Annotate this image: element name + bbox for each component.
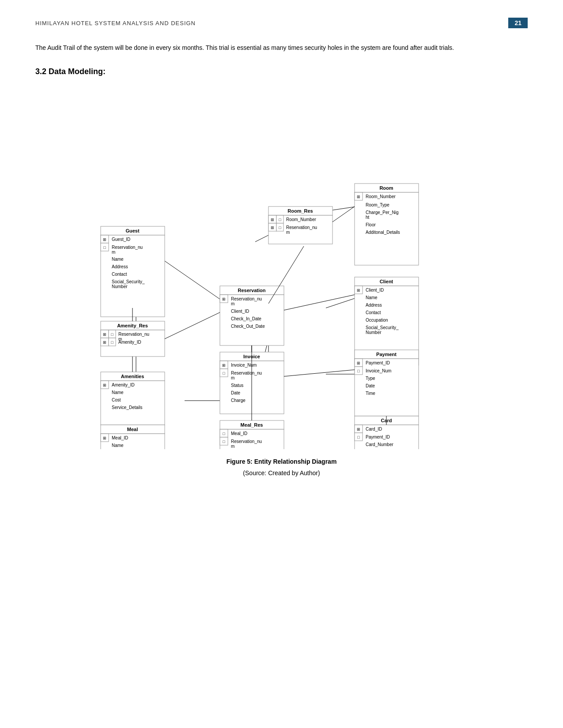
svg-text:Status: Status [231, 383, 243, 388]
header-title: HIMILAYAN HOTEL SYSTEM ANALYSIS AND DESI… [35, 20, 196, 26]
svg-text:⊞: ⊞ [357, 427, 360, 432]
svg-text:Room_Number: Room_Number [366, 194, 396, 199]
svg-text:Room_Type: Room_Type [366, 203, 389, 207]
svg-text:Cost: Cost [112, 398, 121, 402]
svg-text:m: m [231, 301, 234, 306]
svg-text:⊞: ⊞ [357, 361, 360, 365]
svg-text:Address: Address [112, 264, 128, 269]
svg-text:⊞: ⊞ [103, 340, 106, 345]
svg-text:⊞: ⊞ [271, 225, 274, 230]
svg-text:Reservation_nu: Reservation_nu [286, 225, 317, 230]
svg-text:□: □ [223, 432, 225, 436]
svg-text:Amenity_ID: Amenity_ID [118, 340, 141, 345]
svg-text:Meal_ID: Meal_ID [112, 435, 128, 440]
svg-text:⊞: ⊞ [357, 288, 360, 293]
svg-text:Room_Number: Room_Number [286, 217, 316, 222]
svg-text:Amenity_ID: Amenity_ID [112, 383, 135, 387]
entity-room-res: Room_Res ⊞ □ Room_Number ⊞ □ Reservation… [268, 206, 333, 244]
entity-amenities: Amenities ⊞ Amenity_ID Name Cost Service… [101, 372, 165, 425]
svg-text:Additonal_Details: Additonal_Details [366, 230, 400, 235]
svg-text:Room: Room [379, 185, 393, 191]
svg-text:Number: Number [112, 284, 128, 289]
svg-text:⊞: ⊞ [103, 383, 106, 387]
svg-text:Contact: Contact [112, 272, 127, 277]
svg-text:□: □ [103, 245, 106, 250]
erd-diagram: Guest ⊞ Guest_ID □ Reservation_nu m Name… [35, 87, 528, 449]
svg-text:Client: Client [379, 279, 393, 284]
svg-text:Charge: Charge [231, 398, 246, 403]
svg-text:Amenity_Res: Amenity_Res [117, 323, 148, 328]
entity-payment: Payment ⊞ Payment_ID □ Invoice_Num Type … [355, 350, 419, 416]
entity-meal-res: Meal_Res □ Meal_ID □ Reservation_nu m Da… [220, 420, 284, 449]
svg-text:Name: Name [112, 443, 124, 448]
svg-text:Check_Out_Date: Check_Out_Date [231, 324, 265, 329]
svg-text:Charge_Per_Nig: Charge_Per_Nig [366, 210, 399, 215]
svg-line-0 [162, 259, 220, 299]
entity-guest: Guest ⊞ Guest_ID □ Reservation_nu m Name… [101, 226, 165, 317]
svg-text:Check_In_Date: Check_In_Date [231, 316, 261, 321]
svg-text:Invoice_Num: Invoice_Num [231, 363, 257, 368]
svg-rect-136 [101, 434, 165, 449]
svg-line-163 [284, 370, 355, 376]
svg-text:Number: Number [366, 330, 382, 335]
svg-text:Service_Details: Service_Details [112, 405, 142, 410]
svg-text:Date: Date [366, 383, 375, 388]
svg-text:Client_ID: Client_ID [366, 288, 384, 293]
svg-text:⊞: ⊞ [103, 332, 106, 337]
svg-text:Meal_Res: Meal_Res [240, 422, 263, 428]
svg-text:m: m [112, 250, 115, 255]
svg-text:Client_ID: Client_ID [231, 309, 249, 314]
svg-text:⊞: ⊞ [103, 436, 106, 440]
svg-text:Meal: Meal [127, 427, 137, 432]
svg-text:□: □ [357, 435, 360, 439]
svg-text:⊞: ⊞ [271, 218, 274, 222]
svg-text:m: m [231, 375, 234, 380]
svg-text:Payment: Payment [376, 352, 397, 357]
entity-meal: Meal ⊞ Meal_ID Name Cost Ingridients [101, 425, 165, 449]
svg-text:Card_Number: Card_Number [366, 442, 393, 447]
svg-text:Reservation: Reservation [238, 288, 265, 293]
svg-line-161 [284, 295, 355, 310]
svg-text:Social_Security_: Social_Security_ [366, 325, 399, 330]
entity-amenity-res: Amenity_Res ⊞ □ Reservation_nu m ⊞ □ Ame… [101, 321, 165, 356]
svg-text:□: □ [279, 218, 281, 222]
section-heading: 3.2 Data Modeling: [35, 67, 528, 76]
svg-text:m: m [286, 230, 290, 235]
svg-text:Reservation_nu: Reservation_nu [231, 371, 262, 375]
svg-text:⊞: ⊞ [222, 297, 226, 301]
entity-reservation: Reservation ⊞ Reservation_nu m Client_ID… [220, 286, 284, 345]
svg-text:Invoice_Num: Invoice_Num [366, 368, 391, 373]
svg-text:Reservation_nu: Reservation_nu [112, 245, 143, 250]
svg-text:□: □ [357, 369, 360, 373]
svg-text:⊞: ⊞ [103, 237, 106, 242]
svg-line-160 [268, 246, 304, 304]
header: HIMILAYAN HOTEL SYSTEM ANALYSIS AND DESI… [35, 18, 528, 28]
svg-text:⊞: ⊞ [222, 363, 226, 368]
svg-text:Occupation: Occupation [366, 318, 388, 323]
svg-text:Guest: Guest [125, 228, 140, 233]
svg-text:Time: Time [366, 391, 375, 396]
svg-text:Contact: Contact [366, 310, 381, 315]
body-text: The Audit Trail of the system will be do… [35, 41, 528, 54]
svg-text:Reservation_nu: Reservation_nu [231, 439, 262, 444]
svg-text:□: □ [223, 439, 225, 444]
svg-text:Name: Name [112, 257, 124, 262]
svg-text:Reservation_nu: Reservation_nu [231, 296, 262, 301]
svg-text:Social_Security_: Social_Security_ [112, 279, 145, 284]
figure-caption: Figure 5: Entity Relationship Diagram [35, 458, 528, 465]
svg-text:m: m [231, 444, 234, 449]
page: HIMILAYAN HOTEL SYSTEM ANALYSIS AND DESI… [0, 0, 563, 728]
svg-text:Amenities: Amenities [121, 374, 144, 379]
svg-text:□: □ [279, 225, 281, 230]
svg-text:□: □ [111, 340, 113, 345]
svg-rect-111 [355, 359, 419, 416]
svg-text:Address: Address [366, 303, 382, 308]
svg-text:Payment_ID: Payment_ID [366, 360, 390, 365]
svg-text:Type: Type [366, 376, 375, 381]
svg-line-158 [165, 312, 220, 339]
svg-line-159 [333, 206, 355, 222]
svg-text:Guest_ID: Guest_ID [112, 237, 130, 242]
svg-rect-89 [101, 381, 165, 425]
svg-text:⊞: ⊞ [357, 195, 360, 199]
svg-text:ht: ht [366, 215, 370, 220]
